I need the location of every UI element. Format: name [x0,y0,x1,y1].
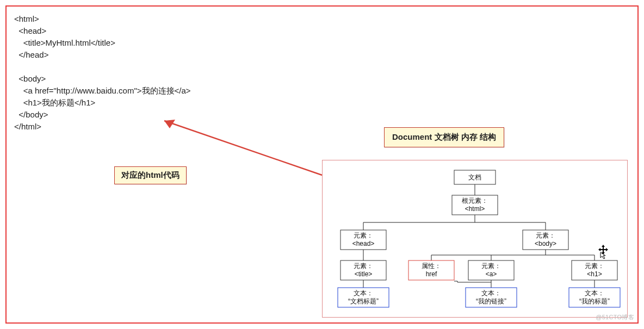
node-body-line1: 元素： [536,232,555,239]
node-text3-line1: 文本： [585,289,604,297]
node-href-line1: 属性： [422,262,441,270]
node-title-line1: 元素： [354,262,373,270]
code-line: <a href="http://www.baidu.com">我的连接</a> [14,86,191,95]
code-line: <h1>我的标题</h1> [14,98,95,107]
node-root-line2: <html> [465,205,485,213]
code-line: <head> [14,26,46,35]
node-h1-line2: <h1> [587,270,602,278]
node-text1-line1: 文本： [354,289,373,297]
node-a-line2: <a> [486,270,497,278]
watermark-text: @51CTO博客 [596,313,634,321]
html-code-block: <html> <head> <title>MyHtml.html</title>… [14,13,191,133]
node-text3-line2: “我的标题” [579,297,610,305]
callout-html-code: 对应的html代码 [114,166,187,184]
dom-tree-frame: 文档 根元素： <html> 元素： <head> 元素： <body> 元素：… [322,160,628,318]
node-head-line2: <head> [352,240,375,247]
node-root-line1: 根元素： [462,197,488,204]
callout-label: 对应的html代码 [121,170,179,179]
code-line: <title>MyHtml.html</title> [14,38,115,47]
node-body-line2: <body> [535,240,556,247]
code-line: <html> [14,14,39,23]
code-line: <body> [14,74,46,83]
node-text1-line2: “文档标题” [348,297,379,305]
node-a-line1: 元素： [481,262,501,270]
node-text2-line1: 文本： [481,289,501,297]
callout-label: Document 文档树 内存 结构 [392,132,496,141]
node-head-line1: 元素： [354,232,373,239]
code-line: </body> [14,110,48,119]
node-href-line2: href [426,270,437,278]
callout-dom-tree: Document 文档树 内存 结构 [384,127,504,147]
code-line: </html> [14,122,41,131]
dom-tree-svg: 文档 根元素： <html> 元素： <head> 元素： <body> 元素：… [328,164,622,311]
code-line: </head> [14,50,48,59]
node-text2-line2: “我的链接” [476,297,506,305]
node-h1-line1: 元素： [585,262,604,270]
node-title-line2: <title> [355,270,373,278]
diagram-outer-frame: <html> <head> <title>MyHtml.html</title>… [5,5,639,324]
node-document: 文档 [468,173,481,181]
